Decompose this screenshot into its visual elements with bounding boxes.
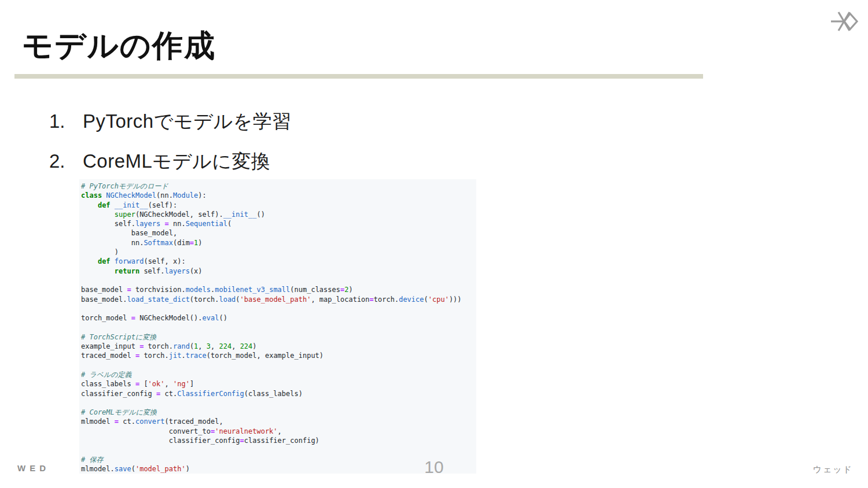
wed-mark-icon: [830, 10, 859, 33]
page-number: 10: [0, 457, 868, 477]
code-line: classifier_config = ct.ClassifierConfig(…: [81, 389, 476, 398]
code-line: base_model = torchvision.models.mobilene…: [81, 285, 476, 294]
code-line: # TorchScriptに変換: [81, 332, 476, 342]
code-line: example_input = torch.rand(1, 3, 224, 22…: [81, 342, 476, 351]
slide: モデルの作成 1.PyTorchでモデルを学習2.CoreMLモデルに変換 # …: [0, 0, 868, 488]
code-line: [81, 304, 476, 313]
code-line: self.layers = nn.Sequential(: [81, 219, 476, 228]
step-item: 2.CoreMLモデルに変換: [49, 150, 292, 173]
step-number: 1.: [49, 110, 83, 133]
code-line: # PyTorchモデルのロード: [81, 182, 476, 191]
code-line: convert_to='neuralnetwork',: [81, 427, 476, 436]
code-line: [81, 445, 476, 454]
code-line: [81, 323, 476, 332]
code-line: def __init__(self):: [81, 201, 476, 210]
code-line: [81, 276, 476, 285]
code-block: # PyTorchモデルのロードclass NGCheckModel(nn.Mo…: [79, 179, 476, 474]
code-line: base_model,: [81, 228, 476, 238]
code-line: nn.Softmax(dim=1): [81, 238, 476, 247]
code-line: # CoreMLモデルに変換: [81, 408, 476, 417]
code-line: base_model.load_state_dict(torch.load('b…: [81, 295, 476, 304]
company-name: ウェッド: [813, 464, 853, 475]
code-line: ): [81, 247, 476, 257]
step-text: CoreMLモデルに変換: [83, 150, 270, 173]
code-line: torch_model = NGCheckModel().eval(): [81, 313, 476, 323]
code-line: classifier_config=classifier_config): [81, 436, 476, 445]
code-line: # ラベルの定義: [81, 370, 476, 379]
step-number: 2.: [49, 150, 83, 173]
code-line: def forward(self, x):: [81, 257, 476, 266]
code-line: [81, 361, 476, 370]
code-line: [81, 398, 476, 408]
code-line: traced_model = torch.jit.trace(torch_mod…: [81, 351, 476, 360]
code-line: class NGCheckModel(nn.Module):: [81, 191, 476, 200]
code-line: mlmodel = ct.convert(traced_model,: [81, 417, 476, 426]
title-underline: [14, 74, 703, 79]
step-text: PyTorchでモデルを学習: [83, 110, 292, 133]
step-item: 1.PyTorchでモデルを学習: [49, 110, 292, 133]
code-line: return self.layers(x): [81, 267, 476, 276]
page-title: モデルの作成: [22, 29, 216, 62]
code-line: class_labels = ['ok', 'ng']: [81, 379, 476, 389]
code-line: super(NGCheckModel, self).__init__(): [81, 210, 476, 219]
steps-list: 1.PyTorchでモデルを学習2.CoreMLモデルに変換: [49, 110, 292, 189]
